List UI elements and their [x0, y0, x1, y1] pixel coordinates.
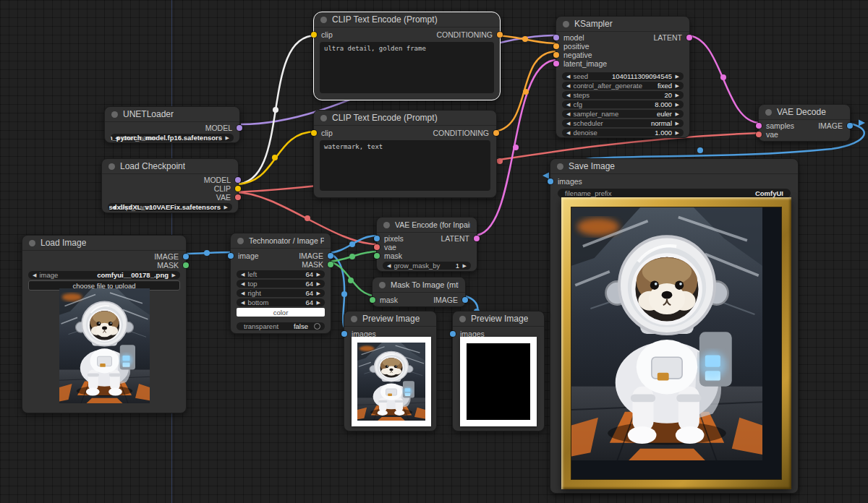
decrement-arrow-icon[interactable]: ◀: [566, 129, 570, 137]
node-technonator-image-padding[interactable]: Technonator / Image Padding image IMAGE …: [230, 233, 331, 334]
increment-arrow-icon[interactable]: ▶: [463, 262, 467, 270]
increment-arrow-icon[interactable]: ▶: [317, 280, 320, 288]
collapse-dot-icon[interactable]: [29, 240, 35, 246]
prompt-textarea[interactable]: ultra detail, golden frame: [320, 42, 494, 93]
increment-arrow-icon[interactable]: ▶: [676, 119, 679, 127]
output-port-vae[interactable]: [235, 194, 241, 200]
node-header[interactable]: Load Checkpoint: [102, 159, 238, 174]
node-header[interactable]: Technonator / Image Padding: [231, 233, 331, 249]
decrement-arrow-icon[interactable]: ◀: [566, 100, 570, 108]
toggle-knob-icon[interactable]: [314, 323, 320, 330]
collapse-dot-icon[interactable]: [557, 163, 563, 170]
next-arrow-icon[interactable]: ▶: [172, 271, 176, 279]
input-port-latent-image[interactable]: [553, 61, 559, 66]
widget-cfg[interactable]: ◀ cfg 8.000 ▶: [562, 100, 684, 108]
node-header[interactable]: Save Image: [550, 159, 798, 174]
node-header[interactable]: KSampler: [556, 17, 689, 32]
output-port-model[interactable]: [237, 125, 242, 131]
output-port-latent[interactable]: [474, 236, 480, 241]
prompt-textarea[interactable]: watermark, text: [320, 140, 490, 191]
output-port-conditioning[interactable]: [497, 32, 503, 38]
input-port-positive[interactable]: [553, 43, 559, 49]
decrement-arrow-icon[interactable]: ◀: [241, 270, 244, 278]
widget-unet-name[interactable]: ◀ unet_name diffusion_pytorch_model.fp16…: [111, 134, 234, 142]
output-port-image[interactable]: [847, 123, 853, 129]
node-header[interactable]: UNETLoader: [105, 107, 239, 122]
decrement-arrow-icon[interactable]: ◀: [241, 289, 244, 297]
increment-arrow-icon[interactable]: ▶: [317, 270, 320, 278]
output-port-image[interactable]: [462, 297, 468, 303]
node-vae-decode[interactable]: VAE Decode samples IMAGE vae: [758, 104, 851, 142]
node-unet-loader[interactable]: UNETLoader MODEL ◀ unet_name diffusion_p…: [104, 106, 240, 143]
increment-arrow-icon[interactable]: ▶: [317, 289, 320, 297]
input-port-images[interactable]: [341, 331, 347, 337]
output-port-image[interactable]: [183, 254, 189, 259]
decrement-arrow-icon[interactable]: ◀: [241, 280, 244, 288]
node-clip-text-encode-positive[interactable]: CLIP Text Encode (Prompt) clip CONDITION…: [313, 12, 501, 100]
node-ksampler[interactable]: KSampler model LATENT positive negative …: [556, 16, 690, 138]
collapse-dot-icon[interactable]: [109, 163, 115, 170]
collapse-dot-icon[interactable]: [351, 316, 357, 322]
decrement-arrow-icon[interactable]: ◀: [566, 72, 570, 80]
collapse-dot-icon[interactable]: [563, 21, 569, 27]
input-port-mask[interactable]: [374, 253, 380, 259]
input-port-negative[interactable]: [553, 52, 559, 58]
collapse-dot-icon[interactable]: [320, 17, 327, 23]
increment-arrow-icon[interactable]: ▶: [676, 129, 679, 137]
input-port-mask[interactable]: [370, 297, 375, 303]
decrement-arrow-icon[interactable]: ◀: [387, 262, 391, 270]
input-port-clip[interactable]: [311, 130, 317, 136]
widget-image-filename[interactable]: ◀ image comfyui__00178_.png ▶: [28, 271, 180, 279]
widget-steps[interactable]: ◀ steps 20 ▶: [562, 91, 684, 99]
output-port-mask[interactable]: [328, 262, 333, 267]
widget-ckpt-name[interactable]: ◀ ckpt_name sdxl/sdXL_v10VAEFix.safetens…: [108, 203, 232, 211]
widget-scheduler[interactable]: ◀ scheduler normal ▶: [562, 119, 684, 127]
widget-grow-mask-by[interactable]: ◀ grow_mask_by 1 ▶: [383, 262, 471, 270]
next-arrow-icon[interactable]: ▶: [224, 203, 228, 211]
output-port-image[interactable]: [328, 253, 333, 259]
node-header[interactable]: VAE Encode (for Inpainting): [377, 218, 477, 233]
node-load-image[interactable]: Load Image IMAGE MASK ◀ image comfyui__0…: [22, 235, 187, 413]
next-arrow-icon[interactable]: ▶: [226, 134, 229, 142]
input-port-images[interactable]: [450, 331, 456, 337]
collapse-dot-icon[interactable]: [379, 282, 386, 288]
input-port-images[interactable]: [548, 179, 553, 184]
decrement-arrow-icon[interactable]: ◀: [566, 91, 570, 99]
decrement-arrow-icon[interactable]: ◀: [566, 82, 570, 90]
decrement-arrow-icon[interactable]: ◀: [241, 298, 244, 306]
increment-arrow-icon[interactable]: ▶: [676, 72, 679, 80]
increment-arrow-icon[interactable]: ▶: [676, 110, 679, 118]
widget-seed[interactable]: ◀ seed 1040111309094545 ▶: [562, 72, 684, 80]
node-mask-to-image[interactable]: Mask To Image (mtb) mask IMAGE: [372, 277, 466, 307]
increment-arrow-icon[interactable]: ▶: [317, 298, 320, 306]
node-header[interactable]: Preview Image: [453, 311, 544, 327]
output-port-conditioning[interactable]: [493, 130, 499, 136]
increment-arrow-icon[interactable]: ▶: [676, 100, 679, 108]
node-preview-image-mask[interactable]: Preview Image images: [452, 311, 545, 431]
node-save-image[interactable]: Save Image images filename_prefix ComfyU…: [550, 158, 799, 494]
input-port-vae[interactable]: [756, 132, 762, 137]
node-vae-encode-inpainting[interactable]: VAE Encode (for Inpainting) pixels LATEN…: [376, 217, 477, 272]
widget-pad-right[interactable]: ◀ right 64 ▶: [237, 289, 325, 297]
input-port-samples[interactable]: [756, 123, 762, 129]
input-port-vae[interactable]: [374, 244, 380, 250]
input-port-clip[interactable]: [311, 32, 317, 38]
increment-arrow-icon[interactable]: ▶: [676, 91, 679, 99]
node-header[interactable]: Mask To Image (mtb): [373, 278, 465, 293]
widget-pad-left[interactable]: ◀ left 64 ▶: [237, 270, 325, 278]
output-port-model[interactable]: [235, 177, 241, 183]
widget-pad-bottom[interactable]: ◀ bottom 64 ▶: [237, 298, 325, 306]
node-preview-image-padded[interactable]: Preview Image images: [344, 311, 437, 431]
widget-control-after-generate[interactable]: ◀ control_after_generate fixed ▶: [562, 82, 684, 90]
node-load-checkpoint[interactable]: Load Checkpoint MODEL CLIP VAE ◀ ckpt_na…: [101, 158, 239, 213]
widget-pad-color[interactable]: color: [237, 308, 325, 317]
collapse-dot-icon[interactable]: [459, 316, 466, 322]
node-header[interactable]: CLIP Text Encode (Prompt): [314, 12, 500, 27]
collapse-dot-icon[interactable]: [237, 238, 244, 244]
collapse-dot-icon[interactable]: [320, 115, 327, 121]
node-header[interactable]: CLIP Text Encode (Prompt): [314, 111, 496, 126]
node-header[interactable]: Load Image: [22, 236, 186, 251]
collapse-dot-icon[interactable]: [383, 222, 390, 228]
decrement-arrow-icon[interactable]: ◀: [566, 110, 570, 118]
output-port-mask[interactable]: [183, 262, 189, 268]
